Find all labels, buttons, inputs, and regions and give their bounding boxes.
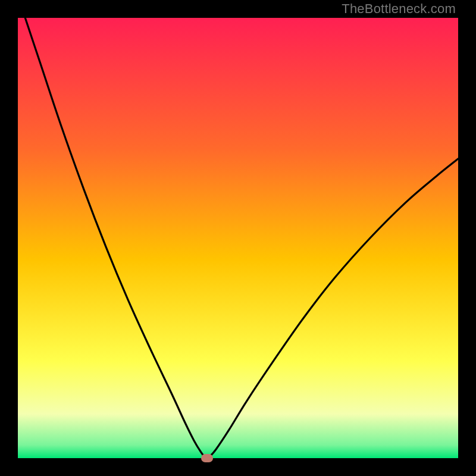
gradient-bg [18,18,458,458]
watermark-text: TheBottleneck.com [342,1,456,17]
chart-svg [18,18,458,458]
chart-frame: TheBottleneck.com [0,0,476,476]
optimum-marker [201,454,213,462]
plot-area [18,18,458,458]
